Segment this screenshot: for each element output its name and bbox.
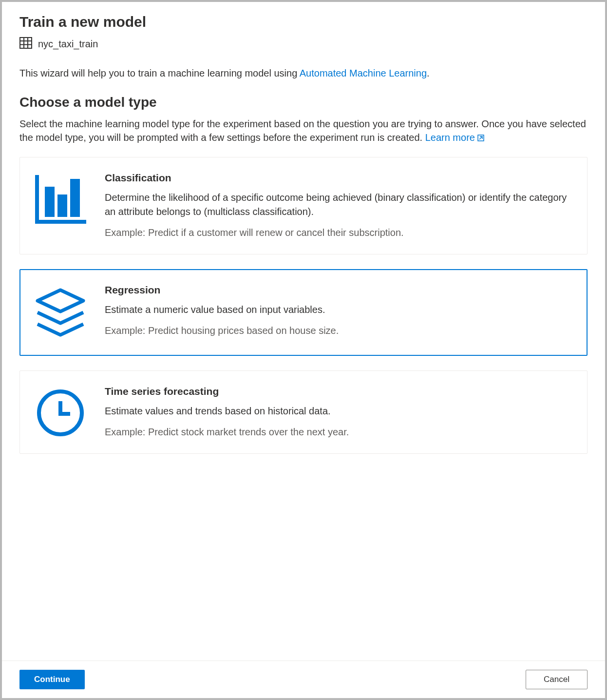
continue-button[interactable]: Continue <box>19 670 85 689</box>
layers-icon <box>34 284 87 341</box>
dataset-row: nyc_taxi_train <box>19 37 588 51</box>
automl-link[interactable]: Automated Machine Learning <box>300 68 427 78</box>
model-type-card-list: Classification Determine the likelihood … <box>19 157 588 454</box>
card-timeseries[interactable]: Time series forecasting Estimate values … <box>19 370 588 454</box>
learn-more-link[interactable]: Learn more <box>425 132 485 143</box>
section-description: Select the machine learning model type f… <box>19 117 588 145</box>
bar-chart-icon <box>34 172 87 239</box>
card-example: Example: Predict housing prices based on… <box>105 324 572 337</box>
dialog-content: Train a new model nyc_taxi_train This wi… <box>2 2 605 661</box>
card-title: Regression <box>105 284 572 296</box>
table-icon <box>19 37 32 51</box>
external-link-icon <box>477 132 485 145</box>
card-body: Regression Estimate a numeric value base… <box>105 284 572 341</box>
clock-icon <box>34 386 87 439</box>
card-regression[interactable]: Regression Estimate a numeric value base… <box>19 269 588 356</box>
card-body: Classification Determine the likelihood … <box>105 172 572 239</box>
svg-line-6 <box>479 136 482 139</box>
card-description: Determine the likelihood of a specific o… <box>105 191 572 219</box>
cancel-button[interactable]: Cancel <box>526 670 588 689</box>
card-example: Example: Predict if a customer will rene… <box>105 226 572 239</box>
svg-rect-9 <box>45 187 55 217</box>
train-model-dialog: Train a new model nyc_taxi_train This wi… <box>2 2 605 698</box>
intro-after: . <box>427 68 430 78</box>
card-description: Estimate values and trends based on hist… <box>105 404 572 418</box>
card-title: Classification <box>105 172 572 184</box>
card-body: Time series forecasting Estimate values … <box>105 386 572 439</box>
intro-before: This wizard will help you to train a mac… <box>19 68 300 78</box>
section-desc-text: Select the machine learning model type f… <box>19 118 586 143</box>
dataset-name: nyc_taxi_train <box>38 39 98 50</box>
intro-text: This wizard will help you to train a mac… <box>19 66 588 80</box>
page-title: Train a new model <box>19 14 588 30</box>
card-example: Example: Predict stock market trends ove… <box>105 425 572 439</box>
card-classification[interactable]: Classification Determine the likelihood … <box>19 157 588 254</box>
svg-rect-10 <box>57 194 67 217</box>
card-description: Estimate a numeric value based on input … <box>105 303 572 317</box>
section-title: Choose a model type <box>19 95 588 110</box>
svg-marker-12 <box>38 290 83 311</box>
svg-rect-11 <box>70 179 80 217</box>
svg-rect-0 <box>20 38 32 48</box>
dialog-footer: Continue Cancel <box>2 661 605 698</box>
svg-rect-7 <box>35 175 39 224</box>
card-title: Time series forecasting <box>105 386 572 397</box>
svg-rect-8 <box>35 220 86 224</box>
